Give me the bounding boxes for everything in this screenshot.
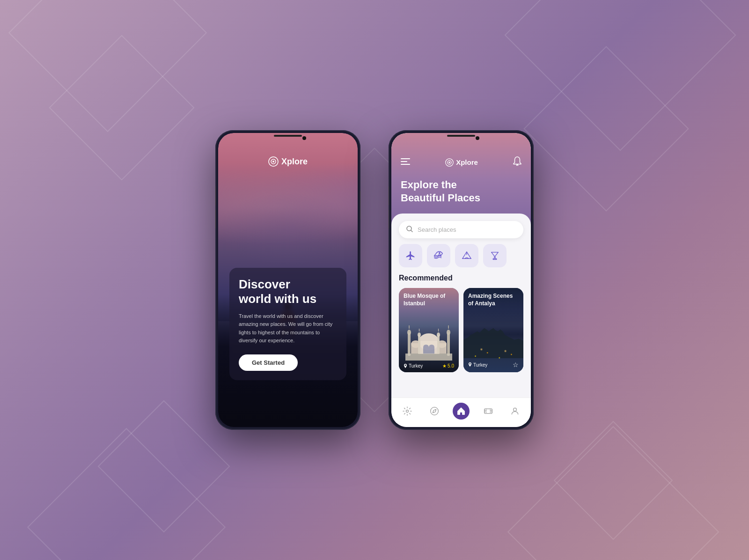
bottom-navigation (391, 398, 531, 427)
nav-home-button[interactable] (453, 403, 470, 420)
search-bar[interactable]: Search places (399, 221, 523, 238)
svg-point-11 (449, 162, 450, 163)
svg-point-35 (406, 410, 409, 413)
splash-text-box: Discover world with us Travel the world … (229, 268, 346, 380)
camera-2 (476, 136, 479, 140)
svg-rect-25 (447, 332, 450, 356)
mosque-rating-value: 5.0 (448, 363, 454, 368)
svg-rect-8 (401, 164, 410, 165)
city-lights (463, 329, 523, 363)
category-cocktail-button[interactable] (483, 244, 507, 267)
splash-description: Travel the world with us and discover am… (239, 312, 337, 345)
mosque-location-text: Turkey (409, 363, 423, 368)
svg-point-12 (517, 165, 518, 166)
category-airplane-button[interactable] (399, 244, 422, 267)
mosque-rating: ★ 5.0 (442, 363, 454, 368)
splash-logo: Xplore (268, 156, 308, 167)
recommended-label: Recommended (399, 274, 523, 282)
svg-point-23 (407, 330, 411, 335)
svg-rect-6 (401, 158, 410, 159)
power-button-2 (533, 191, 534, 219)
svg-point-44 (514, 408, 517, 411)
svg-rect-7 (401, 161, 407, 162)
notification-bell-icon[interactable] (513, 156, 521, 168)
camera-1 (302, 136, 306, 140)
antalya-location-text: Turkey (473, 362, 487, 368)
power-button-1 (360, 191, 360, 219)
svg-point-26 (447, 330, 450, 335)
nav-compass-button[interactable] (426, 403, 443, 420)
explore-body: Search places (391, 214, 531, 427)
svg-rect-28 (418, 335, 420, 354)
antalya-location: Turkey (468, 362, 487, 368)
phone-2-screen: Xplore Explore the Beautiful Places (391, 133, 531, 427)
mosque-card-footer: Turkey ★ 5.0 (404, 363, 454, 368)
vol-up-1 (215, 186, 216, 205)
antalya-card[interactable]: Amazing Scenes of Antalya Turkey ☆ (463, 288, 523, 372)
svg-point-29 (418, 332, 421, 337)
svg-rect-34 (405, 354, 452, 361)
svg-rect-37 (484, 409, 492, 413)
mosque-illustration (399, 318, 459, 361)
svg-point-32 (437, 332, 440, 337)
clouds-mid (218, 192, 358, 265)
svg-rect-31 (437, 335, 440, 354)
blue-mosque-card[interactable]: Blue Mosque of Istanbul Turkey (399, 288, 459, 372)
category-beach-button[interactable] (427, 244, 450, 267)
category-row (391, 244, 531, 274)
nav-profile-button[interactable] (507, 403, 523, 420)
search-icon (406, 226, 413, 234)
explore-logo-text: Xplore (456, 158, 478, 166)
menu-icon[interactable] (401, 157, 410, 167)
nav-settings-button[interactable] (399, 403, 416, 420)
phone-1-device: Xplore Discover world with us Travel the… (215, 130, 360, 430)
recommended-section: Recommended (391, 274, 531, 398)
phone2-content-area: Xplore Explore the Beautiful Places (391, 133, 531, 427)
bookmark-icon[interactable]: ☆ (513, 361, 519, 368)
star-icon: ★ (442, 363, 447, 368)
splash-content-area: Discover world with us Travel the world … (218, 268, 358, 380)
vol-down-1 (215, 210, 216, 228)
background-pattern (0, 0, 749, 560)
place-cards-row: Blue Mosque of Istanbul Turkey (399, 288, 523, 372)
nav-tickets-button[interactable] (480, 403, 497, 420)
top-bar: Xplore (391, 133, 531, 173)
get-started-button[interactable]: Get Started (239, 354, 298, 371)
phone-1-screen: Xplore Discover world with us Travel the… (218, 133, 358, 427)
antalya-card-footer: Turkey ☆ (468, 361, 519, 368)
vol-down-2 (389, 210, 389, 228)
speaker-2 (447, 135, 475, 137)
mosque-location: Turkey (404, 363, 423, 368)
svg-line-14 (411, 230, 412, 232)
phone-2-device: Xplore Explore the Beautiful Places (389, 130, 534, 430)
category-camping-button[interactable] (455, 244, 478, 267)
vol-up-2 (389, 186, 389, 205)
mosque-card-title: Blue Mosque of Istanbul (404, 293, 454, 307)
svg-rect-22 (408, 332, 411, 356)
explore-title: Explore the Beautiful Places (391, 173, 531, 212)
splash-title: Discover world with us (239, 277, 337, 306)
svg-point-5 (272, 161, 274, 162)
explore-logo: Xplore (445, 158, 478, 167)
search-placeholder: Search places (418, 226, 456, 233)
speaker-1 (274, 135, 302, 137)
svg-point-36 (430, 407, 438, 415)
antalya-card-title: Amazing Scenes of Antalya (468, 293, 519, 307)
